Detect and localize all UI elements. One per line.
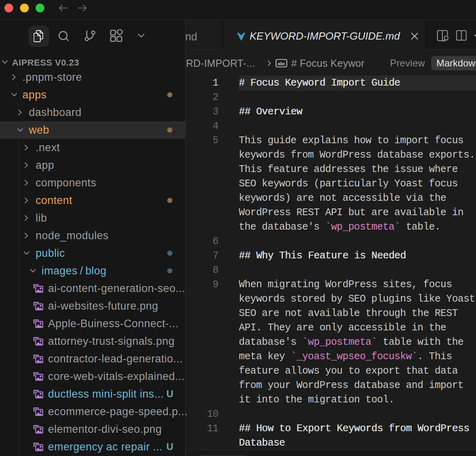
svg-text:abc: abc: [278, 61, 285, 66]
